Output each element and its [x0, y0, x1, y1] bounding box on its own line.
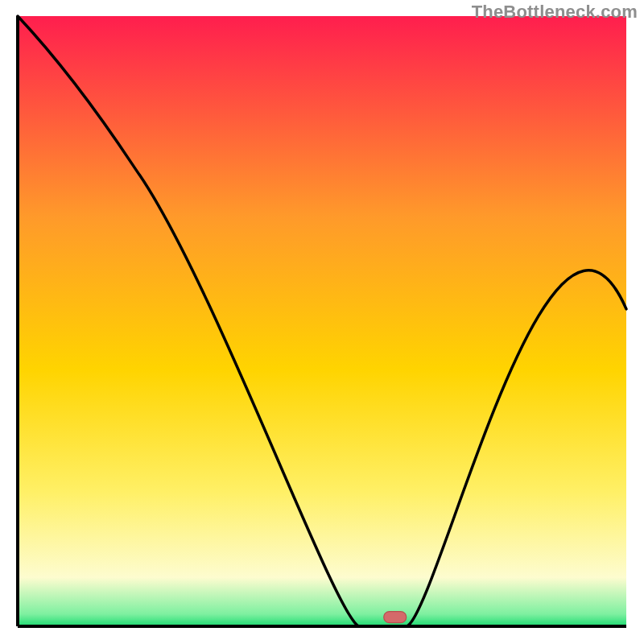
chart-container: TheBottleneck.com [0, 0, 644, 644]
bottleneck-chart [0, 0, 644, 644]
watermark-text: TheBottleneck.com [472, 2, 638, 23]
optimal-marker [384, 612, 407, 623]
